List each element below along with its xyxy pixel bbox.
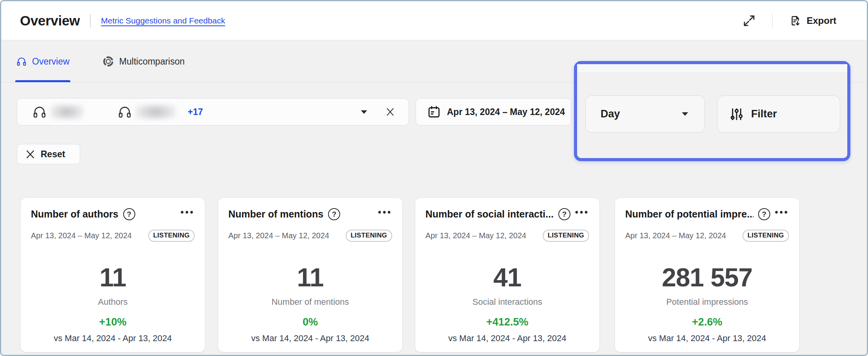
card-date-range: Apr 13, 2024 – May 12, 2024 [228, 231, 329, 240]
metric-card-potential-impressions: Number of potential impre... ? ••• Apr 1… [615, 198, 799, 352]
card-date-range: Apr 13, 2024 – May 12, 2024 [31, 231, 132, 240]
metric-delta: +10% [31, 316, 195, 328]
export-label: Export [807, 15, 836, 26]
card-meta: Apr 13, 2024 – May 12, 2024 LISTENING [228, 230, 392, 242]
highlight-top-strip [577, 64, 847, 73]
metric-comparison: vs Mar 14, 2024 - Apr 13, 2024 [228, 333, 392, 343]
metric-value: 11 [228, 264, 392, 290]
question-icon[interactable]: ? [758, 208, 770, 220]
tab-multicomparison-label: Multicomparison [119, 56, 185, 67]
sliders-icon [729, 107, 744, 122]
metric-comparison: vs Mar 14, 2024 - Apr 13, 2024 [31, 333, 195, 343]
granularity-dropdown[interactable]: Day [585, 95, 705, 133]
metric-value: 281 557 [625, 264, 789, 290]
card-title: Number of authors [31, 209, 118, 220]
metric-delta: +412.5% [425, 316, 589, 328]
ellipsis-menu-icon[interactable]: ••• [575, 208, 589, 220]
more-projects-count[interactable]: +17 [188, 107, 203, 117]
filter-label: Filter [751, 108, 777, 120]
metric-value: 41 [425, 264, 589, 290]
listening-badge: LISTENING [543, 230, 589, 242]
card-title: Number of social interacti... [425, 209, 554, 220]
tab-overview[interactable]: Overview [15, 41, 70, 82]
card-date-range: Apr 13, 2024 – May 12, 2024 [425, 231, 526, 240]
listening-badge: LISTENING [148, 230, 195, 242]
redacted-project-name [50, 104, 84, 120]
card-header: Number of mentions ? ••• [228, 208, 392, 220]
metric-label: Social interactions [425, 297, 589, 307]
chevron-down-icon[interactable] [361, 110, 367, 114]
filter-button[interactable]: Filter [717, 95, 840, 133]
question-icon[interactable]: ? [328, 208, 340, 220]
expand-icon [742, 14, 756, 27]
metric-suggestions-link[interactable]: Metric Suggestions and Feedback [101, 16, 225, 25]
metric-label: Number of mentions [228, 297, 392, 307]
granularity-value: Day [601, 108, 620, 120]
metric-label: Potential impressions [625, 297, 789, 307]
metric-delta: 0% [228, 316, 392, 328]
ellipsis-menu-icon[interactable]: ••• [378, 208, 392, 220]
calendar-icon [427, 105, 441, 119]
redacted-project-name [135, 104, 176, 120]
project-selector[interactable]: +17 [17, 98, 409, 126]
card-header: Number of potential impre... ? ••• [625, 208, 789, 220]
headphones-icon [16, 56, 27, 67]
page-title: Overview [20, 13, 80, 29]
card-title: Number of potential impre... [625, 209, 753, 220]
headphones-icon [32, 104, 47, 119]
metric-card-authors: Number of authors ? ••• Apr 13, 2024 – M… [21, 198, 205, 352]
multicomparison-icon [102, 56, 114, 67]
highlight-annotation-box: Day Filter [574, 61, 850, 161]
export-button[interactable]: Export [789, 14, 836, 27]
date-range-value: Apr 13, 2024 – May 12, 2024 [447, 107, 565, 117]
reset-label: Reset [41, 149, 65, 160]
metric-comparison: vs Mar 14, 2024 - Apr 13, 2024 [625, 333, 789, 343]
card-header: Number of authors ? ••• [31, 208, 195, 220]
listening-badge: LISTENING [346, 230, 392, 242]
card-meta: Apr 13, 2024 – May 12, 2024 LISTENING [625, 230, 789, 242]
metric-comparison: vs Mar 14, 2024 - Apr 13, 2024 [425, 333, 589, 343]
expand-button[interactable] [742, 14, 756, 27]
date-range-picker[interactable]: Apr 13, 2024 – May 12, 2024 [416, 98, 571, 126]
chevron-down-icon [682, 112, 688, 116]
card-title: Number of mentions [228, 209, 323, 220]
metric-card-social-interactions: Number of social interacti... ? ••• Apr … [415, 198, 599, 352]
question-icon[interactable]: ? [558, 208, 570, 220]
metric-delta: +2.6% [625, 316, 789, 328]
tab-multicomparison[interactable]: Multicomparison [102, 41, 185, 82]
card-meta: Apr 13, 2024 – May 12, 2024 LISTENING [425, 230, 589, 242]
metric-label: Authors [31, 297, 195, 307]
header-actions-divider [772, 13, 773, 28]
question-icon[interactable]: ? [123, 208, 135, 220]
clear-selection-icon[interactable] [385, 107, 395, 117]
close-icon [25, 149, 36, 160]
card-header: Number of social interacti... ? ••• [425, 208, 589, 220]
metric-value: 11 [31, 264, 195, 290]
listening-badge: LISTENING [742, 230, 789, 242]
tab-overview-label: Overview [32, 56, 70, 67]
ellipsis-menu-icon[interactable]: ••• [775, 208, 789, 220]
reset-button[interactable]: Reset [17, 144, 80, 164]
ellipsis-menu-icon[interactable]: ••• [181, 208, 195, 220]
header-actions: Export [742, 13, 836, 28]
dashboard-screen: Overview Metric Suggestions and Feedback [0, 0, 868, 356]
card-date-range: Apr 13, 2024 – May 12, 2024 [625, 231, 726, 240]
headphones-icon [117, 104, 132, 119]
export-document-icon [789, 14, 802, 27]
metric-card-mentions: Number of mentions ? ••• Apr 13, 2024 – … [218, 198, 402, 352]
card-meta: Apr 13, 2024 – May 12, 2024 LISTENING [31, 230, 195, 242]
header: Overview Metric Suggestions and Feedback [1, 1, 867, 40]
header-divider [90, 14, 91, 27]
